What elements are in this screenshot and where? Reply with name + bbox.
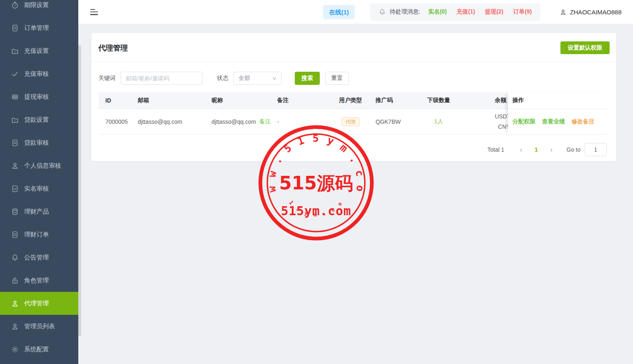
status-select-value: 全部 (239, 75, 250, 82)
sidebar-item-label: 理财订单 (24, 231, 49, 239)
search-button[interactable]: 搜索 (295, 72, 320, 85)
database-icon (11, 208, 19, 216)
sidebar-item-loan-settings[interactable]: 贷款设置 (0, 108, 78, 131)
next-page-button[interactable]: › (548, 146, 555, 153)
set-default-permission-button[interactable]: 设置默认权限 (560, 41, 610, 54)
sidebar-item-label: 理财产品 (24, 208, 49, 216)
sidebar-item-period-settings[interactable]: 期限设置 (0, 0, 78, 16)
sidebar-item-realname-review[interactable]: 实名审核 (0, 177, 78, 200)
card-header: 代理管理 设置默认权限 (91, 33, 616, 62)
nickname-remark-link[interactable]: 备注 (259, 118, 271, 125)
current-page[interactable]: 1 (535, 146, 538, 153)
agent-tag: 代理 (342, 117, 360, 126)
row-actions: 分配权限 查看业绩 修改备注 (508, 109, 610, 134)
sidebar-item-label: 期限设置 (24, 1, 49, 9)
sidebar-item-system-config[interactable]: 系统配置 (0, 338, 78, 361)
user-icon (11, 300, 19, 307)
pending-messages-label: 待处理消息: (390, 8, 420, 16)
user-menu[interactable]: ZHAOCAIMAO888 (560, 9, 622, 16)
sidebar-item-wealth-orders[interactable]: 理财订单 (0, 223, 78, 246)
cell-id: 7000005 (99, 109, 131, 134)
reset-button[interactable]: 重置 (325, 72, 349, 85)
sidebar-item-label: 贷款设置 (24, 116, 49, 124)
sidebar-item-admin-list[interactable]: 管理员列表 (0, 315, 78, 338)
page-title: 代理管理 (98, 43, 128, 53)
fixed-actions-column: 操作 分配权限 查看业绩 修改备注 (508, 92, 610, 134)
sidebar-item-label: 代理管理 (24, 300, 49, 307)
assign-permission-link[interactable]: 分配权限 (512, 118, 535, 125)
folder-icon (11, 47, 19, 55)
keyword-label: 关键词 (98, 75, 116, 82)
pending-messages-box: 待处理消息: 实名(0) 充值(1) 提现(2) 订单(9) (370, 3, 540, 21)
sidebar-item-label: 实名审核 (24, 185, 49, 193)
user-icon (560, 9, 567, 16)
bell-icon (379, 8, 386, 16)
agents-table: ID 邮箱 昵称 备注 用户类型 推广码 下级数量 余额 7000005 djt… (99, 92, 610, 134)
col-header-id: ID (99, 92, 131, 109)
pagination-total: Total 1 (487, 146, 504, 153)
goto-page-input[interactable] (585, 143, 607, 156)
sidebar-item-recharge-settings[interactable]: 充值设置 (0, 39, 78, 62)
sidebar-item-order-management[interactable]: 订单管理 (0, 16, 78, 39)
sidebar-item-announcement-management[interactable]: 公告管理 (0, 246, 78, 269)
online-badge[interactable]: 在线(1) (323, 5, 354, 19)
document-icon (11, 139, 19, 147)
prev-page-button[interactable]: ‹ (517, 146, 525, 153)
edit-remark-link[interactable]: 修改备注 (572, 118, 594, 125)
sidebar-item-label: 充值设置 (24, 47, 49, 55)
sidebar-item-role-management[interactable]: 角色管理 (0, 269, 78, 292)
pending-link-recharge[interactable]: 充值(1) (457, 8, 475, 16)
keyword-input[interactable] (121, 72, 203, 85)
sidebar-item-personal-info-review[interactable]: 个人信息审核 (0, 154, 78, 177)
chevron-down-icon: ∨ (272, 75, 277, 81)
pending-link-realname[interactable]: 实名(0) (428, 8, 447, 16)
sidebar-item-recharge-review[interactable]: 充值审核 (0, 62, 78, 85)
sidebar-menu: 期限设置 订单管理 充值设置 充值审核 提现审核 贷款设置 贷款审核 个人信息审… (0, 0, 78, 361)
status-label: 状态 (217, 75, 228, 82)
filter-bar: 关键词 状态 全部 ∨ 搜索 重置 (91, 62, 616, 85)
sidebar-item-loan-review[interactable]: 贷款审核 (0, 131, 78, 154)
view-performance-link[interactable]: 查看业绩 (542, 118, 565, 125)
check-icon (11, 70, 19, 78)
sidebar-item-withdrawal-review[interactable]: 提现审核 (0, 85, 78, 108)
cell-subordinate-count[interactable]: 1人 (418, 109, 459, 134)
goto-label: Go to (567, 146, 581, 153)
sidebar-item-wealth-products[interactable]: 理财产品 (0, 200, 78, 223)
col-header-subordinates: 下级数量 (418, 92, 459, 109)
document-icon (11, 231, 19, 239)
sidebar-item-label: 订单管理 (24, 24, 49, 32)
col-header-user-type: 用户类型 (328, 92, 369, 109)
top-header: 在线(1) 待处理消息: 实名(0) 充值(1) 提现(2) 订单(9) ZHA… (78, 0, 633, 24)
user-icon (11, 162, 19, 170)
col-header-actions: 操作 (508, 92, 610, 109)
sidebar-item-label: 管理员列表 (24, 323, 55, 330)
sidebar-scrollbar[interactable] (78, 45, 81, 336)
cell-nickname: djttasso@qq.com 备注 (205, 109, 271, 134)
cell-remark: - (271, 109, 328, 134)
content-area: 代理管理 设置默认权限 关键词 状态 全部 ∨ 搜索 重置 ID (78, 24, 633, 364)
sidebar-item-label: 提现审核 (24, 93, 49, 101)
sidebar-item-agent-management[interactable]: 代理管理 (0, 292, 78, 315)
col-header-nickname: 昵称 (205, 92, 271, 109)
pending-link-withdrawal[interactable]: 提现(2) (485, 8, 503, 16)
cell-user-type: 代理 (328, 109, 369, 134)
sidebar-item-label: 系统配置 (24, 346, 49, 353)
cell-email: djttasso@qq.com (131, 109, 205, 134)
sidebar: 期限设置 订单管理 充值设置 充值审核 提现审核 贷款设置 贷款审核 个人信息审… (0, 0, 78, 364)
lock-icon (11, 277, 19, 284)
sidebar-item-label: 充值审核 (24, 70, 49, 78)
sidebar-item-label: 个人信息审核 (24, 162, 61, 170)
col-header-remark: 备注 (271, 92, 328, 109)
document-icon (11, 24, 19, 32)
status-select[interactable]: 全部 ∨ (233, 72, 282, 85)
agent-management-card: 代理管理 设置默认权限 关键词 状态 全部 ∨ 搜索 重置 ID (91, 33, 616, 161)
folder-icon (11, 116, 19, 124)
app-root: 期限设置 订单管理 充值设置 充值审核 提现审核 贷款设置 贷款审核 个人信息审… (0, 0, 633, 364)
collapse-menu-icon[interactable] (90, 9, 98, 15)
gear-icon (11, 346, 19, 353)
pending-link-orders[interactable]: 订单(9) (513, 8, 532, 16)
document-check-icon (11, 185, 19, 193)
sidebar-item-label: 贷款审核 (24, 139, 49, 147)
cell-promo-code: QGK7BW (369, 109, 418, 134)
col-header-promo-code: 推广码 (369, 92, 418, 109)
